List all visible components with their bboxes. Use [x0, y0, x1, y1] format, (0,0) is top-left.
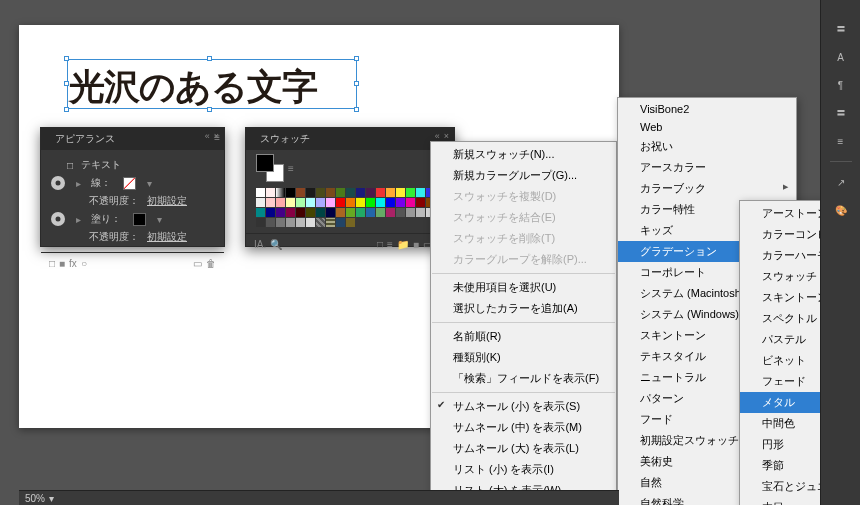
swatch-cell[interactable] — [326, 188, 335, 197]
appearance-tab[interactable]: アピアランス — [49, 129, 121, 149]
menu-item[interactable]: 「検索」フィールドを表示(F) — [431, 368, 616, 389]
swatch-cell[interactable] — [316, 198, 325, 207]
foot-icon[interactable]: ○ — [81, 258, 87, 269]
dock-icon[interactable]: 〓 — [830, 102, 852, 124]
swatch-cell[interactable] — [346, 208, 355, 217]
foot-icon[interactable]: ■ — [413, 239, 419, 250]
swatch-cell[interactable] — [366, 188, 375, 197]
foot-icon[interactable]: IA. — [254, 239, 266, 250]
swatch-cell[interactable] — [416, 188, 425, 197]
swatch-cell[interactable] — [406, 188, 415, 197]
swatches-tab[interactable]: スウォッチ — [254, 129, 316, 149]
menu-item[interactable]: 新規カラーグループ(G)... — [431, 165, 616, 186]
swatch-cell[interactable] — [266, 198, 275, 207]
zoom-level[interactable]: 50% — [25, 493, 45, 504]
menu-item[interactable]: アースカラー — [618, 157, 796, 178]
swatch-cell[interactable] — [286, 208, 295, 217]
swatch-cell[interactable] — [326, 198, 335, 207]
swatch-cell[interactable] — [336, 198, 345, 207]
swatch-cell[interactable] — [356, 188, 365, 197]
swatch-cell[interactable] — [296, 198, 305, 207]
swatch-cell[interactable] — [306, 218, 315, 227]
swatch-cell[interactable] — [346, 218, 355, 227]
swatch-cell[interactable] — [266, 218, 275, 227]
menu-item[interactable]: カラーブック — [618, 178, 796, 199]
swatch-cell[interactable] — [396, 218, 405, 227]
foot-icon[interactable]: 🗑 — [206, 258, 216, 269]
menu-item[interactable]: サムネール (大) を表示(L) — [431, 438, 616, 459]
swatch-cell[interactable] — [296, 208, 305, 217]
swatch-cell[interactable] — [256, 208, 265, 217]
swatch-cell[interactable] — [376, 198, 385, 207]
swatch-cell[interactable] — [286, 198, 295, 207]
menu-item[interactable]: 新規スウォッチ(N)... — [431, 144, 616, 165]
menu-item[interactable]: 未使用項目を選択(U) — [431, 277, 616, 298]
swatch-cell[interactable] — [396, 188, 405, 197]
menu-item[interactable]: 名前順(R) — [431, 326, 616, 347]
panel-menu-icon[interactable]: ≡ — [214, 132, 220, 143]
swatch-cell[interactable] — [376, 218, 385, 227]
swatch-cell[interactable] — [366, 218, 375, 227]
swatch-cell[interactable] — [316, 208, 325, 217]
foot-icon[interactable]: ≡ — [387, 239, 393, 250]
foot-icon[interactable]: fx — [69, 258, 77, 269]
dock-icon[interactable]: ↗ — [830, 171, 852, 193]
foot-icon[interactable]: □ — [377, 239, 383, 250]
dock-icon[interactable]: 🎨 — [830, 199, 852, 221]
swatch-cell[interactable] — [296, 218, 305, 227]
swatch-cell[interactable] — [406, 218, 415, 227]
swatch-cell[interactable] — [346, 198, 355, 207]
swatch-cell[interactable] — [416, 198, 425, 207]
opacity-row[interactable]: 不透明度：初期設定 — [51, 228, 214, 246]
swatch-cell[interactable] — [346, 188, 355, 197]
opacity-row[interactable]: 不透明度：初期設定 — [51, 192, 214, 210]
swatch-cell[interactable] — [366, 208, 375, 217]
swatch-cell[interactable] — [366, 198, 375, 207]
swatch-cell[interactable] — [306, 208, 315, 217]
swatch-cell[interactable] — [256, 198, 265, 207]
menu-item[interactable]: Web — [618, 118, 796, 136]
swatch-cell[interactable] — [376, 188, 385, 197]
swatch-cell[interactable] — [276, 198, 285, 207]
stroke-row[interactable]: ▸線：▾ — [51, 174, 214, 192]
panel-close-icon[interactable]: × — [444, 131, 449, 141]
dock-icon[interactable]: 〓 — [830, 18, 852, 40]
foot-icon[interactable]: 📁 — [397, 239, 409, 250]
swatch-cell[interactable] — [356, 208, 365, 217]
menu-item[interactable]: お祝い — [618, 136, 796, 157]
swatch-cell[interactable] — [316, 218, 325, 227]
swatches-grid[interactable] — [246, 186, 454, 233]
canvas-text-object[interactable]: 光沢のある文字 — [69, 63, 317, 112]
menu-item[interactable]: サムネール (中) を表示(M) — [431, 417, 616, 438]
menu-item[interactable]: 選択したカラーを追加(A) — [431, 298, 616, 319]
swatch-cell[interactable] — [356, 218, 365, 227]
swatch-cell[interactable] — [386, 188, 395, 197]
swatch-cell[interactable] — [286, 218, 295, 227]
swatches-panel[interactable]: «× スウォッチ ≡ IA. 🔍 □ ≡ 📁 ■ ▭ 🗑 — [245, 127, 455, 247]
swatch-cell[interactable] — [276, 218, 285, 227]
swatch-cell[interactable] — [386, 208, 395, 217]
visibility-eye-icon[interactable] — [51, 212, 65, 226]
swatch-cell[interactable] — [256, 188, 265, 197]
swatch-cell[interactable] — [266, 208, 275, 217]
swatch-cell[interactable] — [296, 188, 305, 197]
swatch-cell[interactable] — [266, 188, 275, 197]
menu-item[interactable]: VisiBone2 — [618, 100, 796, 118]
swatch-cell[interactable] — [306, 188, 315, 197]
swatch-cell[interactable] — [336, 188, 345, 197]
visibility-eye-icon[interactable] — [51, 176, 65, 190]
swatch-cell[interactable] — [276, 188, 285, 197]
menu-item[interactable]: リスト (小) を表示(I) — [431, 459, 616, 480]
panel-dock-icon[interactable]: « — [435, 131, 440, 141]
fill-row[interactable]: ▸塗り：▾ — [51, 210, 214, 228]
swatch-cell[interactable] — [256, 218, 265, 227]
dock-icon[interactable]: ≡ — [830, 130, 852, 152]
swatch-cell[interactable] — [276, 208, 285, 217]
foot-icon[interactable]: ▭ — [193, 258, 202, 269]
swatch-cell[interactable] — [326, 208, 335, 217]
swatch-cell[interactable] — [326, 218, 335, 227]
swatch-cell[interactable] — [356, 198, 365, 207]
swatch-cell[interactable] — [396, 198, 405, 207]
swatch-cell[interactable] — [336, 208, 345, 217]
menu-item[interactable]: 種類別(K) — [431, 347, 616, 368]
